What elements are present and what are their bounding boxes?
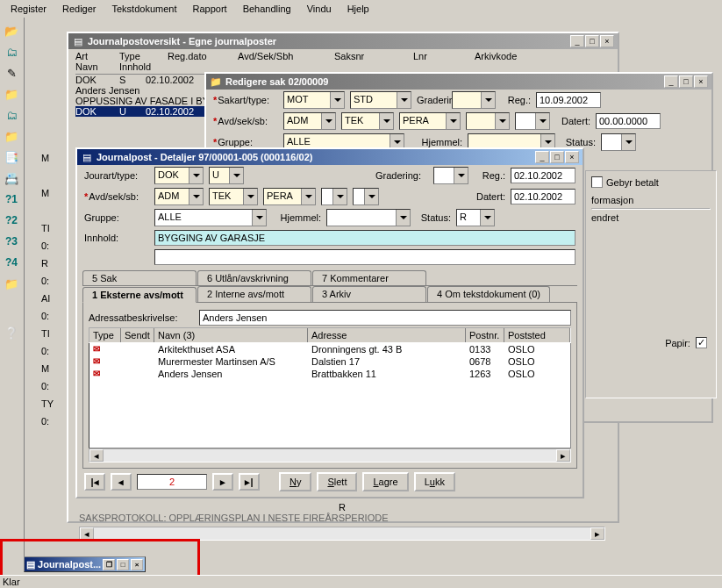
list-scrollbar[interactable]: ◂ ▸ [89, 448, 571, 463]
status-dropdown[interactable]: R [456, 209, 495, 226]
tool-icon-3[interactable]: 📑 [2, 147, 21, 167]
taskbar-close[interactable]: × [131, 559, 143, 570]
menu-behandling[interactable]: Behandling [236, 2, 298, 16]
menu-register[interactable]: Register [4, 2, 54, 16]
folder-icon[interactable]: 📁 [2, 84, 21, 104]
slett-button[interactable]: Slett [317, 472, 357, 491]
type-dropdown[interactable]: U [209, 167, 244, 184]
extra2-dropdown[interactable] [353, 188, 379, 205]
cell-selected[interactable]: DOK [75, 106, 119, 117]
menu-hjelp[interactable]: Hjelp [340, 2, 376, 16]
extra2-dropdown[interactable] [515, 112, 550, 130]
ny-button[interactable]: NNyy [279, 472, 311, 491]
sek-dropdown[interactable]: TEK [209, 188, 258, 205]
minimize-button[interactable]: _ [664, 75, 678, 88]
maximize-button[interactable]: □ [550, 151, 564, 163]
reg-field[interactable]: 02.10.2002 [511, 168, 575, 183]
taskbar-item-journalpost[interactable]: ▤ Journalpost... ❐ □ × [24, 556, 146, 572]
folder-open-icon[interactable]: 📂 [2, 21, 21, 40]
taskbar-max[interactable]: □ [117, 559, 129, 570]
card-icon[interactable]: 📇 [2, 169, 21, 188]
papir-checkbox[interactable] [696, 337, 707, 348]
tab-arkiv[interactable]: 3 Arkiv [312, 286, 426, 302]
question-icon[interactable]: ❔ [2, 323, 21, 342]
sakart2-dropdown[interactable]: STD [350, 91, 411, 109]
scroll-left[interactable]: ◂ [89, 449, 104, 462]
help-1-icon[interactable]: ?1 [2, 190, 21, 209]
datert-field[interactable]: 00.00.0000 [596, 113, 661, 129]
minimize-button[interactable]: _ [570, 35, 584, 47]
nav-next[interactable]: ▸ [212, 473, 233, 491]
col-postnr[interactable]: Postnr. [466, 328, 504, 342]
maximize-button[interactable]: □ [585, 35, 599, 47]
extra-dropdown[interactable] [321, 188, 347, 205]
scroll-left[interactable]: ◂ [80, 527, 94, 540]
close-button[interactable]: × [565, 151, 579, 163]
avd-dropdown[interactable]: ADM [283, 112, 336, 130]
scroll-right[interactable]: ▸ [590, 527, 604, 540]
label-gradering: Gradering: [417, 95, 447, 105]
col-navn[interactable]: Navn (3) [154, 328, 308, 342]
menu-rediger[interactable]: Rediger [55, 2, 104, 16]
col-type[interactable]: Type [89, 328, 121, 342]
titlebar-journalpostoversikt[interactable]: ▤ Journalpostoversikt - Egne journalpost… [68, 33, 618, 49]
tab-sak[interactable]: 5 Sak [82, 270, 197, 285]
folder-icon-3[interactable]: 📁 [2, 274, 21, 293]
pencil-icon[interactable]: ✎ [2, 63, 21, 82]
tool-icon-1[interactable]: 🗂 [2, 42, 21, 61]
gebyr-checkbox[interactable] [591, 176, 603, 188]
tab-tekstdok[interactable]: 4 Om tekstdokument (0) [427, 286, 550, 302]
outer-scrollbar[interactable]: ◂ ▸ [79, 527, 605, 541]
tab-kommentarer[interactable]: 7 Kommentarer [312, 270, 426, 285]
tool-icon-2[interactable]: 🗂 [2, 105, 21, 125]
hjemmel-dropdown[interactable] [326, 209, 411, 226]
menu-rapport[interactable]: Rapport [185, 2, 233, 16]
titlebar-redigere[interactable]: 📁 Redigere sak 02/00009 _ □ × [206, 74, 711, 90]
nav-prev[interactable]: ◂ [111, 473, 132, 491]
menu-tekstdokument[interactable]: Tekstdokument [105, 2, 184, 16]
sek-dropdown[interactable]: TEK [341, 112, 394, 130]
col-poststed[interactable]: Poststed [504, 328, 570, 342]
col-adresse[interactable]: Adresse [308, 328, 466, 342]
col-sendt[interactable]: Sendt [121, 328, 154, 342]
lagre-button[interactable]: Lagre [362, 472, 408, 491]
list-body[interactable]: ✉ Arkitekthuset ASA Dronningens gt. 43 B… [89, 343, 571, 448]
datert-field[interactable]: 02.10.2002 [511, 189, 575, 204]
avd-dropdown[interactable]: ADM [154, 188, 204, 205]
tab-utlan[interactable]: 6 Utlån/avskrivning [197, 270, 311, 285]
close-button[interactable]: × [694, 75, 708, 88]
extra-dropdown[interactable] [466, 112, 510, 130]
sbh-dropdown[interactable]: PERA [263, 188, 316, 205]
gradering-dropdown[interactable] [433, 167, 468, 184]
lukk-button[interactable]: Lukk [414, 472, 455, 491]
maximize-button[interactable]: □ [679, 75, 693, 88]
status-dropdown[interactable] [601, 133, 636, 151]
help-3-icon[interactable]: ?3 [2, 232, 21, 251]
close-button[interactable]: × [600, 35, 614, 47]
titlebar-detaljer[interactable]: ▤ Journalpost - Detaljer 97/00001-005 (0… [77, 149, 583, 165]
jourart-dropdown[interactable]: DOK [154, 167, 204, 184]
nav-first[interactable]: |◂ [84, 473, 105, 491]
tab-eksterne[interactable]: 1 Eksterne avs/mott [82, 287, 197, 303]
list-row[interactable]: ✉ Murermester Martinsen A/S Dalstien 17 … [89, 355, 570, 368]
minimize-button[interactable]: _ [535, 151, 549, 163]
tab-interne[interactable]: 2 Interne avs/mott [197, 286, 311, 302]
nav-last[interactable]: ▸| [239, 473, 260, 491]
adressat-field[interactable]: Anders Jensen [199, 310, 571, 326]
help-4-icon[interactable]: ?4 [2, 253, 21, 272]
list-row[interactable]: ✉ Anders Jensen Brattbakken 11 1263 OSLO [89, 368, 570, 380]
scroll-right[interactable]: ▸ [556, 449, 570, 462]
folder-icon-2[interactable]: 📁 [2, 126, 21, 146]
sbh-dropdown[interactable]: PERA [399, 112, 461, 130]
menu-vindu[interactable]: Vindu [300, 2, 339, 16]
list-row[interactable]: ✉ Arkitekthuset ASA Dronningens gt. 43 B… [89, 343, 570, 355]
gradering-dropdown[interactable] [452, 91, 496, 109]
innhold-extra[interactable] [154, 249, 575, 265]
gruppe-dropdown[interactable]: ALLE [154, 209, 267, 226]
reg-field[interactable]: 10.09.2002 [536, 92, 601, 108]
taskbar-restore[interactable]: ❐ [103, 559, 115, 570]
help-2-icon[interactable]: ?2 [2, 211, 21, 230]
sakart-dropdown[interactable]: MOT [283, 91, 345, 109]
menubar[interactable]: Register Rediger Tekstdokument Rapport B… [0, 0, 722, 18]
innhold-field[interactable]: BYGGING AV GARASJE [154, 230, 575, 246]
